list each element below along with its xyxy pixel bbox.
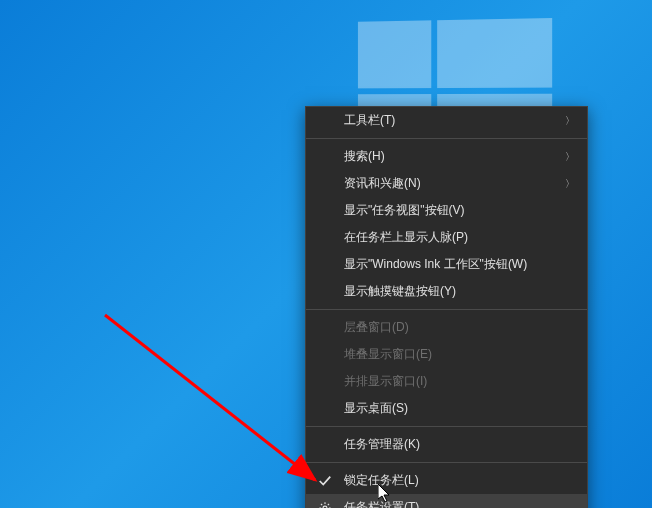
menu-item-stacked: 堆叠显示窗口(E) — [306, 341, 587, 368]
menu-item-label: 显示桌面(S) — [344, 400, 408, 417]
menu-item-cascade: 层叠窗口(D) — [306, 314, 587, 341]
menu-item-label: 工具栏(T) — [344, 112, 395, 129]
menu-item-taskmanager[interactable]: 任务管理器(K) — [306, 431, 587, 458]
menu-item-label: 锁定任务栏(L) — [344, 472, 419, 489]
menu-item-search[interactable]: 搜索(H) 〉 — [306, 143, 587, 170]
menu-item-sidebyside: 并排显示窗口(I) — [306, 368, 587, 395]
menu-item-label: 在任务栏上显示人脉(P) — [344, 229, 468, 246]
chevron-right-icon: 〉 — [565, 177, 575, 191]
taskbar-context-menu: 工具栏(T) 〉 搜索(H) 〉 资讯和兴趣(N) 〉 显示"任务视图"按钮(V… — [305, 106, 588, 508]
svg-line-2 — [105, 315, 315, 480]
menu-item-label: 显示触摸键盘按钮(Y) — [344, 283, 456, 300]
menu-item-label: 显示"任务视图"按钮(V) — [344, 202, 465, 219]
menu-item-label: 资讯和兴趣(N) — [344, 175, 421, 192]
menu-separator — [306, 138, 587, 139]
menu-separator — [306, 426, 587, 427]
menu-item-label: 搜索(H) — [344, 148, 385, 165]
chevron-right-icon: 〉 — [565, 150, 575, 164]
menu-item-label: 层叠窗口(D) — [344, 319, 409, 336]
chevron-right-icon: 〉 — [565, 114, 575, 128]
menu-item-people[interactable]: 在任务栏上显示人脉(P) — [306, 224, 587, 251]
menu-separator — [306, 309, 587, 310]
menu-item-taskview[interactable]: 显示"任务视图"按钮(V) — [306, 197, 587, 224]
menu-item-label: 显示"Windows Ink 工作区"按钮(W) — [344, 256, 527, 273]
menu-item-taskbarsettings[interactable]: 任务栏设置(T) — [306, 494, 587, 508]
menu-item-label: 任务栏设置(T) — [344, 499, 419, 508]
menu-item-label: 任务管理器(K) — [344, 436, 420, 453]
menu-item-toolbars[interactable]: 工具栏(T) 〉 — [306, 107, 587, 134]
check-icon — [318, 474, 332, 488]
menu-item-touchkeyboard[interactable]: 显示触摸键盘按钮(Y) — [306, 278, 587, 305]
menu-item-label: 堆叠显示窗口(E) — [344, 346, 432, 363]
menu-item-news[interactable]: 资讯和兴趣(N) 〉 — [306, 170, 587, 197]
menu-separator — [306, 462, 587, 463]
menu-item-ink[interactable]: 显示"Windows Ink 工作区"按钮(W) — [306, 251, 587, 278]
menu-item-showdesktop[interactable]: 显示桌面(S) — [306, 395, 587, 422]
menu-item-locktaskbar[interactable]: 锁定任务栏(L) — [306, 467, 587, 494]
menu-item-label: 并排显示窗口(I) — [344, 373, 427, 390]
gear-icon — [318, 501, 332, 509]
